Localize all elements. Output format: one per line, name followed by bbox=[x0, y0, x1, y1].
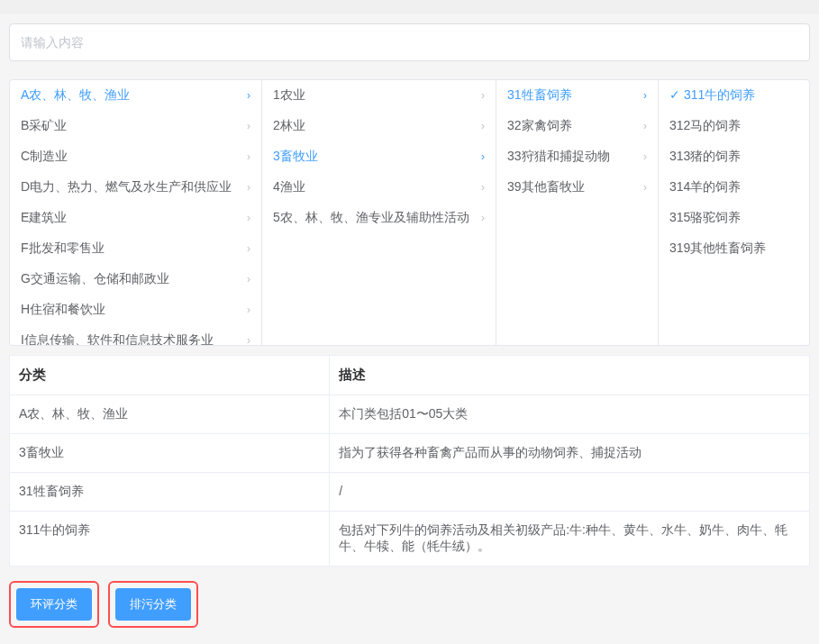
chevron-right-icon: › bbox=[643, 150, 647, 163]
chevron-right-icon: › bbox=[643, 89, 647, 102]
cascader-column-2: 1农业›2林业›3畜牧业›4渔业›5农、林、牧、渔专业及辅助性活动› bbox=[262, 80, 496, 345]
cascader-item-label: 31牲畜饲养 bbox=[507, 87, 572, 104]
cascader-item[interactable]: 5农、林、牧、渔专业及辅助性活动› bbox=[262, 203, 496, 233]
chevron-right-icon: › bbox=[247, 89, 250, 102]
cascader-item[interactable]: 32家禽饲养› bbox=[496, 111, 658, 141]
cascader-item[interactable]: E建筑业› bbox=[10, 203, 261, 233]
cascader-item[interactable]: 1农业› bbox=[262, 80, 496, 111]
cascader-item-label: 39其他畜牧业 bbox=[507, 179, 585, 195]
description-table: 分类 描述 A农、林、牧、渔业本门类包括01〜05大类3畜牧业指为了获得各种畜禽… bbox=[9, 355, 810, 567]
cascader-item[interactable]: D电力、热力、燃气及水生产和供应业› bbox=[10, 172, 261, 203]
cascader-column-3: 31牲畜饲养›32家禽饲养›33狩猎和捕捉动物›39其他畜牧业› bbox=[496, 80, 659, 345]
table-cell-category: 311牛的饲养 bbox=[10, 512, 330, 567]
cascader-item[interactable]: 4渔业› bbox=[262, 172, 496, 203]
table-row: 31牲畜饲养/ bbox=[10, 473, 810, 512]
cascader-item-label: 313猪的饲养 bbox=[669, 149, 741, 165]
cascader-item-label: ✓311牛的饲养 bbox=[669, 87, 755, 104]
cascader-item[interactable]: 31牲畜饲养› bbox=[496, 80, 658, 111]
cascader-item[interactable]: 313猪的饲养 bbox=[659, 141, 810, 172]
cascader-item-label: C制造业 bbox=[21, 149, 68, 165]
cascader-item[interactable]: 319其他牲畜饲养 bbox=[659, 233, 810, 264]
cascader-item-label: 4渔业 bbox=[273, 179, 305, 195]
cascader-item-label: D电力、热力、燃气及水生产和供应业 bbox=[21, 179, 232, 195]
cascader-item[interactable]: F批发和零售业› bbox=[10, 233, 261, 264]
cascader-item[interactable]: 3畜牧业› bbox=[262, 141, 496, 172]
cascader-item-label: 33狩猎和捕捉动物 bbox=[507, 149, 610, 165]
cascader-item[interactable]: 39其他畜牧业› bbox=[496, 172, 658, 203]
search-input[interactable] bbox=[9, 23, 810, 61]
chevron-right-icon: › bbox=[247, 120, 250, 132]
cascader-item[interactable]: 312马的饲养 bbox=[659, 111, 810, 141]
table-cell-description: 指为了获得各种畜禽产品而从事的动物饲养、捕捉活动 bbox=[330, 434, 810, 473]
table-cell-category: 31牲畜饲养 bbox=[10, 473, 330, 512]
chevron-right-icon: › bbox=[481, 181, 485, 194]
cascader-item[interactable]: I信息传输、软件和信息技术服务业› bbox=[10, 325, 261, 345]
cascader-item-label: 319其他牲畜饲养 bbox=[669, 240, 766, 257]
header-description: 描述 bbox=[330, 356, 810, 395]
cascader-item-label: 5农、林、牧、渔专业及辅助性活动 bbox=[273, 210, 469, 226]
header-category: 分类 bbox=[10, 356, 330, 395]
cascader-column-1: A农、林、牧、渔业›B采矿业›C制造业›D电力、热力、燃气及水生产和供应业›E建… bbox=[10, 80, 262, 345]
cascader-item-label: A农、林、牧、渔业 bbox=[21, 87, 130, 104]
checkmark-icon: ✓ bbox=[669, 87, 680, 102]
button-highlight-frame: 排污分类 bbox=[108, 581, 198, 628]
table-cell-description: / bbox=[330, 473, 810, 512]
paiwu-button[interactable]: 排污分类 bbox=[115, 588, 191, 621]
cascader-item-label: I信息传输、软件和信息技术服务业 bbox=[21, 332, 214, 345]
cascader-item-label: 1农业 bbox=[273, 87, 305, 104]
chevron-right-icon: › bbox=[481, 150, 485, 163]
cascader-item-label: F批发和零售业 bbox=[21, 240, 105, 257]
cascader-item[interactable]: A农、林、牧、渔业› bbox=[10, 80, 261, 111]
button-row: 环评分类 排污分类 bbox=[0, 576, 819, 628]
cascader-item[interactable]: C制造业› bbox=[10, 141, 261, 172]
cascader-item[interactable]: 315骆驼饲养 bbox=[659, 203, 810, 233]
chevron-right-icon: › bbox=[247, 212, 250, 224]
table-row: A农、林、牧、渔业本门类包括01〜05大类 bbox=[10, 395, 810, 434]
button-highlight-frame: 环评分类 bbox=[9, 581, 99, 628]
table-cell-category: 3畜牧业 bbox=[10, 434, 330, 473]
chevron-right-icon: › bbox=[481, 120, 485, 132]
cascader-item-label: G交通运输、仓储和邮政业 bbox=[21, 271, 169, 287]
chevron-right-icon: › bbox=[247, 181, 250, 194]
cascader-item[interactable]: B采矿业› bbox=[10, 111, 261, 141]
top-bar bbox=[0, 0, 819, 14]
chevron-right-icon: › bbox=[247, 150, 250, 163]
table-row: 311牛的饲养包括对下列牛的饲养活动及相关初级产品:牛:种牛、黄牛、水牛、奶牛、… bbox=[10, 512, 810, 567]
cascader-item-label: B采矿业 bbox=[21, 118, 67, 134]
table-cell-description: 包括对下列牛的饲养活动及相关初级产品:牛:种牛、黄牛、水牛、奶牛、肉牛、牦牛、牛… bbox=[330, 512, 810, 567]
chevron-right-icon: › bbox=[247, 273, 250, 286]
chevron-right-icon: › bbox=[481, 89, 485, 102]
chevron-right-icon: › bbox=[643, 120, 647, 132]
huanping-button[interactable]: 环评分类 bbox=[16, 588, 92, 621]
cascader-panel: A农、林、牧、渔业›B采矿业›C制造业›D电力、热力、燃气及水生产和供应业›E建… bbox=[9, 79, 810, 346]
table-cell-description: 本门类包括01〜05大类 bbox=[330, 395, 810, 434]
cascader-item-label: 3畜牧业 bbox=[273, 149, 318, 165]
cascader-item[interactable]: 2林业› bbox=[262, 111, 496, 141]
cascader-item[interactable]: 314羊的饲养 bbox=[659, 172, 810, 203]
cascader-item[interactable]: ✓311牛的饲养 bbox=[659, 80, 810, 111]
cascader-column-4: ✓311牛的饲养312马的饲养313猪的饲养314羊的饲养315骆驼饲养319其… bbox=[659, 80, 810, 345]
cascader-item-label: 315骆驼饲养 bbox=[669, 210, 741, 226]
cascader-item-label: 312马的饲养 bbox=[669, 118, 741, 134]
cascader-item[interactable]: G交通运输、仓储和邮政业› bbox=[10, 264, 261, 295]
cascader-item-label: 2林业 bbox=[273, 118, 305, 134]
search-container bbox=[0, 14, 819, 70]
table-cell-category: A农、林、牧、渔业 bbox=[10, 395, 330, 434]
chevron-right-icon: › bbox=[481, 212, 485, 224]
cascader-item-label: 32家禽饲养 bbox=[507, 118, 572, 134]
cascader-item-label: H住宿和餐饮业 bbox=[21, 302, 105, 318]
chevron-right-icon: › bbox=[247, 242, 250, 255]
cascader-item-label: 314羊的饲养 bbox=[669, 179, 741, 195]
chevron-right-icon: › bbox=[247, 334, 250, 345]
chevron-right-icon: › bbox=[247, 304, 250, 316]
cascader-item-label: E建筑业 bbox=[21, 210, 67, 226]
table-row: 3畜牧业指为了获得各种畜禽产品而从事的动物饲养、捕捉活动 bbox=[10, 434, 810, 473]
chevron-right-icon: › bbox=[643, 181, 647, 194]
cascader-item[interactable]: 33狩猎和捕捉动物› bbox=[496, 141, 658, 172]
cascader-item[interactable]: H住宿和餐饮业› bbox=[10, 295, 261, 325]
